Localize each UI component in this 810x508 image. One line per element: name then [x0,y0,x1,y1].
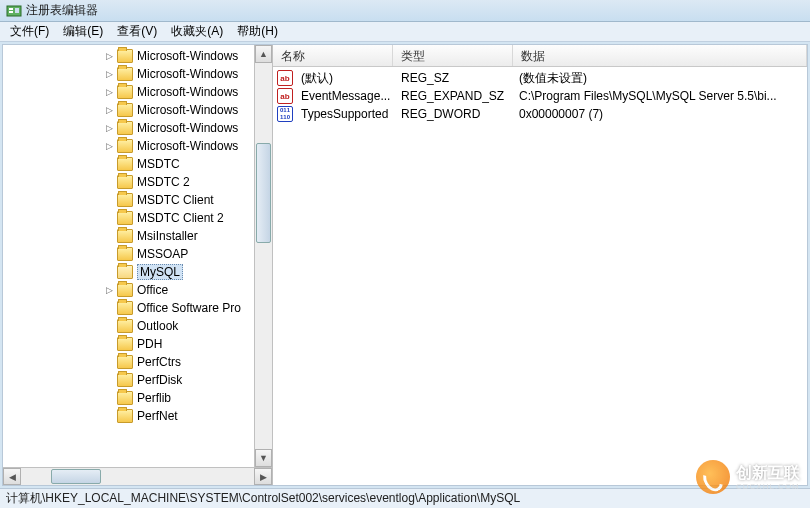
value-name: (默认) [297,70,397,87]
expander-icon [103,410,115,422]
svg-rect-2 [9,11,13,13]
tree-item-label: Microsoft-Windows [137,67,238,81]
tree-item[interactable]: Office Software Pro [3,299,272,317]
tree-item-label: MySQL [137,264,183,280]
column-type[interactable]: 类型 [393,45,513,66]
tree-item[interactable]: MSDTC [3,155,272,173]
expander-icon[interactable]: ▷ [103,284,115,296]
list-body[interactable]: ab(默认)REG_SZ(数值未设置)abEventMessage...REG_… [273,67,807,125]
tree-item[interactable]: ▷Office [3,281,272,299]
tree-item-label: Microsoft-Windows [137,49,238,63]
menu-edit[interactable]: 编辑(E) [57,21,109,42]
value-data: 0x00000007 (7) [515,107,803,121]
tree-item[interactable]: MySQL [3,263,272,281]
value-type: REG_SZ [397,71,515,85]
statusbar: 计算机\HKEY_LOCAL_MACHINE\SYSTEM\ControlSet… [0,488,810,508]
tree-item-label: Microsoft-Windows [137,103,238,117]
tree-item[interactable]: ▷Microsoft-Windows [3,119,272,137]
menubar: 文件(F) 编辑(E) 查看(V) 收藏夹(A) 帮助(H) [0,22,810,42]
tree-item-label: MSDTC Client 2 [137,211,224,225]
folder-icon [117,265,133,279]
tree-item[interactable]: MSDTC 2 [3,173,272,191]
expander-icon [103,356,115,368]
tree-item[interactable]: ▷Microsoft-Windows [3,137,272,155]
expander-icon [103,320,115,332]
tree-item-label: Perflib [137,391,171,405]
menu-file[interactable]: 文件(F) [4,21,55,42]
scroll-thumb[interactable] [256,143,271,243]
tree-item[interactable]: Outlook [3,317,272,335]
tree-item-label: MSDTC [137,157,180,171]
value-type: REG_DWORD [397,107,515,121]
value-name: EventMessage... [297,89,397,103]
status-path: 计算机\HKEY_LOCAL_MACHINE\SYSTEM\ControlSet… [6,490,520,507]
tree-item-label: PerfCtrs [137,355,181,369]
tree-item-label: Office [137,283,168,297]
tree-item[interactable]: ▷Microsoft-Windows [3,65,272,83]
tree-item[interactable]: Perflib [3,389,272,407]
folder-icon [117,85,133,99]
column-data[interactable]: 数据 [513,45,807,66]
tree-vertical-scrollbar[interactable]: ▲ ▼ [254,45,272,467]
tree-item[interactable]: ▷Microsoft-Windows [3,83,272,101]
value-data: (数值未设置) [515,70,803,87]
expander-icon [103,338,115,350]
folder-icon [117,193,133,207]
scroll-track[interactable] [21,468,254,485]
svg-rect-3 [15,8,19,13]
scroll-right-arrow-icon[interactable]: ▶ [254,468,272,485]
registry-tree-pane: ▷Microsoft-Windows▷Microsoft-Windows▷Mic… [3,45,273,485]
svg-rect-1 [9,8,13,10]
expander-icon[interactable]: ▷ [103,50,115,62]
expander-icon[interactable]: ▷ [103,86,115,98]
tree-horizontal-scrollbar[interactable]: ◀ ▶ [3,467,272,485]
tree-item[interactable]: MsiInstaller [3,227,272,245]
string-value-icon: ab [277,88,293,104]
folder-icon [117,337,133,351]
value-list-pane: 名称 类型 数据 ab(默认)REG_SZ(数值未设置)abEventMessa… [273,45,807,485]
folder-icon [117,391,133,405]
tree-item-label: MSSOAP [137,247,188,261]
expander-icon [103,158,115,170]
folder-icon [117,175,133,189]
scroll-left-arrow-icon[interactable]: ◀ [3,468,21,485]
tree-item[interactable]: PerfCtrs [3,353,272,371]
list-row[interactable]: ab(默认)REG_SZ(数值未设置) [273,69,807,87]
scroll-up-arrow-icon[interactable]: ▲ [255,45,272,63]
expander-icon [103,176,115,188]
menu-help[interactable]: 帮助(H) [231,21,284,42]
tree-item[interactable]: MSDTC Client 2 [3,209,272,227]
tree-item[interactable]: PerfDisk [3,371,272,389]
tree-item[interactable]: PerfNet [3,407,272,425]
dword-value-icon: 011110 [277,106,293,122]
tree-item[interactable]: ▷Microsoft-Windows [3,47,272,65]
tree-item-label: PerfNet [137,409,178,423]
tree-item[interactable]: MSDTC Client [3,191,272,209]
column-name[interactable]: 名称 [273,45,393,66]
scroll-track[interactable] [255,63,272,449]
expander-icon[interactable]: ▷ [103,104,115,116]
expander-icon [103,266,115,278]
scroll-thumb[interactable] [51,469,101,484]
scroll-down-arrow-icon[interactable]: ▼ [255,449,272,467]
tree-item[interactable]: ▷Microsoft-Windows [3,101,272,119]
folder-icon [117,373,133,387]
content-area: ▷Microsoft-Windows▷Microsoft-Windows▷Mic… [2,44,808,486]
menu-view[interactable]: 查看(V) [111,21,163,42]
folder-icon [117,67,133,81]
expander-icon [103,212,115,224]
folder-icon [117,157,133,171]
tree-item-label: Microsoft-Windows [137,85,238,99]
expander-icon[interactable]: ▷ [103,122,115,134]
tree-item-label: MSDTC 2 [137,175,190,189]
folder-icon [117,211,133,225]
folder-icon [117,355,133,369]
menu-favorites[interactable]: 收藏夹(A) [165,21,229,42]
registry-tree[interactable]: ▷Microsoft-Windows▷Microsoft-Windows▷Mic… [3,45,272,427]
tree-item[interactable]: PDH [3,335,272,353]
expander-icon[interactable]: ▷ [103,140,115,152]
list-row[interactable]: 011110TypesSupportedREG_DWORD0x00000007 … [273,105,807,123]
list-row[interactable]: abEventMessage...REG_EXPAND_SZC:\Program… [273,87,807,105]
tree-item[interactable]: MSSOAP [3,245,272,263]
expander-icon[interactable]: ▷ [103,68,115,80]
